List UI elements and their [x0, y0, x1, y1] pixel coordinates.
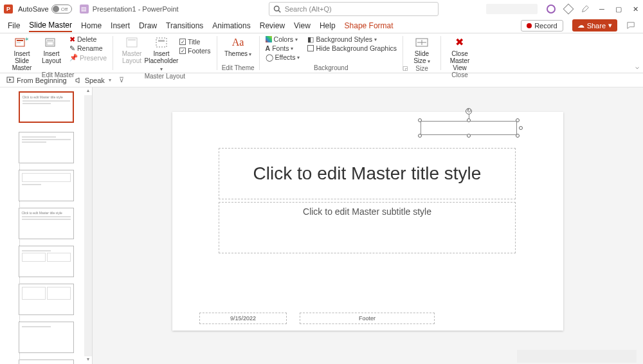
preserve-button[interactable]: 📌Preserve [68, 53, 108, 62]
resize-handle[interactable] [418, 118, 422, 122]
account-placeholder [486, 4, 538, 14]
layout-thumbnail[interactable] [19, 322, 74, 353]
tab-slide-master[interactable]: Slide Master [29, 19, 72, 32]
svg-rect-3 [17, 40, 23, 41]
master-layout-label: Master Layout [118, 50, 146, 64]
share-button[interactable]: ☁ Share ▾ [572, 19, 617, 32]
save-icon[interactable]: ▤ [80, 5, 89, 14]
tab-home[interactable]: Home [81, 20, 102, 32]
insert-slide-master-label: Insert Slide Master [8, 50, 36, 71]
slide-size-button[interactable]: Slide Size [408, 35, 436, 65]
tab-shape-format[interactable]: Shape Format [345, 20, 394, 32]
insert-placeholder-button[interactable]: Insert Placeholder [147, 35, 176, 73]
date-placeholder[interactable]: 9/15/2022 [199, 313, 287, 324]
slide-size-label: Slide Size [408, 50, 436, 65]
fonts-button[interactable]: AFonts [264, 44, 302, 53]
layout-thumbnail[interactable]: Click to edit Master title style [19, 208, 74, 239]
ribbon: ✶ Insert Slide Master Insert Layout ✖Del… [0, 33, 643, 73]
svg-line-1 [278, 10, 280, 12]
group-master-layout: Master Layout Insert Placeholder ✓Title … [115, 33, 215, 73]
svg-text:✶: ✶ [24, 37, 29, 42]
insert-placeholder-label: Insert Placeholder [145, 50, 179, 73]
tab-insert[interactable]: Insert [111, 20, 130, 32]
group-label-edit-master: Edit Master [42, 71, 75, 80]
footers-chk-label: Footers [188, 47, 211, 55]
tab-file[interactable]: File [8, 20, 20, 32]
resize-handle[interactable] [516, 118, 520, 122]
themes-button[interactable]: Aa Themes [224, 35, 252, 58]
subtitle-placeholder[interactable]: Click to edit Master subtitle style [219, 202, 516, 253]
account-icon[interactable] [547, 5, 556, 14]
insert-slide-master-button[interactable]: ✶ Insert Slide Master [8, 35, 36, 71]
layout-thumbnail[interactable] [19, 132, 74, 163]
svg-rect-10 [128, 39, 136, 41]
bg-styles-button[interactable]: ◧Background Styles [306, 35, 397, 44]
close-master-button[interactable]: ✖ Close Master View [446, 35, 474, 71]
minimize-button[interactable]: ─ [598, 5, 606, 13]
layout-thumbnail[interactable] [19, 246, 74, 277]
rename-button[interactable]: ✎Rename [68, 44, 108, 53]
colors-button[interactable]: Colors [264, 35, 302, 44]
share-label: Share [587, 22, 606, 30]
close-button[interactable]: ✕ [631, 5, 639, 13]
resize-handle[interactable] [519, 126, 523, 130]
tab-view[interactable]: View [294, 20, 311, 32]
tab-transitions[interactable]: Transitions [166, 20, 203, 32]
resize-handle[interactable] [516, 134, 520, 138]
tab-animations[interactable]: Animations [212, 20, 250, 32]
maximize-button[interactable]: ▢ [615, 5, 622, 13]
tab-review[interactable]: Review [260, 20, 285, 32]
layout-thumbnail[interactable] [19, 284, 74, 315]
group-edit-master: ✶ Insert Slide Master Insert Layout ✖Del… [5, 33, 111, 73]
search-placeholder: Search (Alt+Q) [285, 5, 332, 13]
autosave-toggle[interactable]: Off [51, 5, 72, 14]
hide-bg-checkbox[interactable]: Hide Background Graphics [306, 44, 397, 53]
thumb-scrollbar[interactable]: ▴▾ [84, 87, 92, 364]
title-placeholder-text: Click to edit Master title style [253, 163, 482, 184]
comments-icon[interactable] [626, 21, 635, 30]
thumb-master-text: Click to edit Master title style [23, 95, 70, 99]
delete-button[interactable]: ✖Delete [68, 35, 108, 44]
preserve-label: Preserve [80, 54, 107, 62]
coming-soon-icon[interactable] [563, 4, 574, 15]
effects-button[interactable]: ◯Effects [264, 53, 302, 62]
group-close: ✖ Close Master View Close [443, 33, 476, 73]
selected-placeholder-shape[interactable] [421, 121, 517, 135]
speak-button[interactable]: Speak▾ [75, 77, 111, 84]
title-placeholder[interactable]: Click to edit Master title style [219, 148, 516, 199]
tab-help[interactable]: Help [320, 20, 336, 32]
svg-rect-12 [158, 40, 165, 42]
footer-placeholder[interactable]: Footer [300, 313, 435, 324]
insert-layout-label: Insert Layout [37, 50, 66, 64]
delete-label: Delete [77, 35, 96, 43]
group-label-background: Background [314, 64, 348, 73]
pen-icon[interactable] [581, 5, 589, 13]
record-button[interactable]: Record [521, 20, 563, 32]
date-placeholder-text: 9/15/2022 [230, 315, 256, 322]
resize-handle[interactable] [418, 134, 422, 138]
workspace: Click to edit Master title style Click t… [0, 87, 643, 364]
search-input[interactable]: Search (Alt+Q) [269, 2, 439, 16]
tab-draw[interactable]: Draw [139, 20, 157, 32]
resize-handle[interactable] [467, 118, 471, 122]
subtitle-placeholder-text: Click to edit Master subtitle style [303, 206, 431, 217]
master-thumbnail[interactable]: Click to edit Master title style [19, 91, 74, 123]
footers-checkbox[interactable]: ✓Footers [178, 46, 212, 55]
autosave-state: Off [61, 6, 68, 12]
layout-thumbnail[interactable] [19, 359, 74, 364]
layout-thumbnail[interactable] [19, 170, 74, 201]
collapse-ribbon-icon[interactable]: ⌵ [635, 63, 639, 70]
title-checkbox[interactable]: ✓Title [178, 37, 212, 46]
fonts-label: Fonts [272, 44, 289, 52]
effects-label: Effects [275, 53, 296, 61]
resize-handle[interactable] [467, 134, 471, 138]
group-label-master-layout: Master Layout [145, 73, 185, 81]
slide-master[interactable]: Click to edit Master title style Click t… [172, 112, 563, 331]
rename-label: Rename [77, 44, 103, 52]
status-placeholder [517, 350, 637, 363]
slide-canvas-area[interactable]: Click to edit Master title style Click t… [93, 87, 643, 364]
insert-layout-button[interactable]: Insert Layout [37, 35, 66, 64]
group-label-close: Close [451, 71, 468, 80]
footer-placeholder-text: Footer [359, 315, 376, 322]
thumbnail-pane[interactable]: Click to edit Master title style Click t… [0, 87, 93, 364]
